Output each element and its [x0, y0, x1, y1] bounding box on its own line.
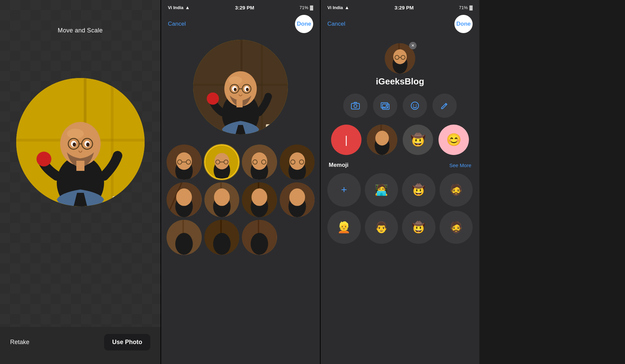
- battery-icon-3: ▓: [470, 5, 473, 10]
- suggestion-emoji[interactable]: 😊: [439, 125, 469, 155]
- svg-point-63: [214, 188, 230, 206]
- avatar-wrapper: ✕: [385, 43, 415, 74]
- memoji-item-7[interactable]: 🧔: [440, 211, 473, 244]
- memoji-emoji-7: 🧔: [449, 221, 463, 234]
- suggestion-red[interactable]: |: [331, 125, 361, 155]
- wifi-icon-3: ▲: [345, 5, 349, 10]
- memoji-emoji-2: 🤠: [412, 183, 425, 196]
- use-photo-button[interactable]: Use Photo: [104, 334, 150, 350]
- smiley-emoji: 😊: [446, 133, 461, 147]
- photo-thumb-4[interactable]: [280, 145, 315, 180]
- move-and-scale-panel: Move and Scale: [0, 0, 160, 364]
- camera-button[interactable]: [343, 94, 368, 118]
- svg-point-36: [176, 152, 192, 170]
- svg-point-53: [289, 152, 305, 170]
- contact-name: iGeeksBlog: [376, 76, 424, 87]
- retake-button[interactable]: Retake: [10, 339, 29, 346]
- battery-icon-2: ▓: [310, 5, 313, 10]
- carrier-2: Vi India: [168, 5, 183, 10]
- photo-thumb-9[interactable]: [167, 220, 202, 255]
- svg-point-98: [375, 131, 389, 146]
- svg-rect-19: [261, 40, 263, 134]
- memoji-item-2[interactable]: 🤠: [402, 173, 435, 207]
- memoji-item-5[interactable]: 👨: [365, 211, 398, 244]
- svg-point-26: [234, 88, 236, 91]
- photo-selection-panel: Vi India ▲ 3:29 PM 71% ▓ Cancel Done: [161, 0, 320, 364]
- photo-thumb-11[interactable]: [242, 220, 277, 255]
- battery-percent-2: 71%: [299, 5, 308, 10]
- cancel-button-3[interactable]: Cancel: [327, 21, 345, 27]
- memoji-item-6[interactable]: 🤠: [402, 211, 435, 244]
- photo-thumb-5[interactable]: [167, 182, 202, 217]
- memoji-item-3[interactable]: 🧔: [440, 173, 473, 207]
- svg-point-27: [246, 88, 249, 91]
- svg-point-23: [229, 76, 242, 84]
- memoji-emoji-1: 🧑‍💻: [375, 183, 388, 196]
- svg-point-31: [207, 93, 219, 105]
- crop-circle[interactable]: [16, 78, 145, 206]
- memoji-grid: + 🧑‍💻 🤠 🧔 👱 👨: [321, 173, 479, 244]
- remove-avatar-button[interactable]: ✕: [409, 42, 417, 49]
- svg-point-14: [36, 152, 51, 166]
- photo-selection-content: [161, 33, 320, 364]
- status-left-2: Vi India ▲: [168, 5, 190, 10]
- done-button-3[interactable]: Done: [454, 15, 473, 33]
- svg-point-6: [67, 129, 84, 139]
- contact-editor-content: ✕ iGeeksBlog: [321, 33, 479, 364]
- status-bar-3: Vi India ▲ 3:29 PM 71% ▓: [321, 0, 479, 15]
- photo-preview: [16, 78, 145, 206]
- photo-thumb-3[interactable]: [242, 145, 277, 180]
- status-left-3: Vi India ▲: [327, 5, 349, 10]
- status-right-2: 71% ▓: [299, 5, 313, 10]
- svg-point-67: [251, 188, 267, 206]
- panel1-title: Move and Scale: [58, 27, 103, 34]
- suggestion-cowboy[interactable]: 🤠: [403, 125, 433, 155]
- photo-thumb-8[interactable]: [280, 182, 315, 217]
- panel1-content: Move and Scale: [0, 0, 160, 364]
- edit-button[interactable]: [432, 94, 457, 118]
- done-button-2[interactable]: Done: [295, 15, 313, 33]
- status-time-3: 3:29 PM: [395, 5, 414, 10]
- photo-thumb-10[interactable]: [204, 220, 240, 255]
- contact-editor-panel: Vi India ▲ 3:29 PM 71% ▓ Cancel Done: [321, 0, 479, 364]
- emoji-button[interactable]: [403, 94, 427, 118]
- right-fill: [479, 0, 625, 364]
- svg-point-70: [289, 188, 305, 206]
- photo-thumb-6[interactable]: [204, 182, 240, 217]
- memoji-emoji-4: 👱: [337, 221, 351, 234]
- svg-point-73: [175, 233, 193, 255]
- main-circle-inner: [193, 40, 288, 134]
- memoji-section-header: Memoji See More: [321, 162, 479, 168]
- action-icons-row: [336, 94, 464, 118]
- memoji-item-1[interactable]: 🧑‍💻: [365, 173, 398, 207]
- svg-point-48: [251, 152, 267, 170]
- see-more-button[interactable]: See More: [449, 162, 471, 168]
- svg-rect-2: [111, 78, 114, 206]
- photo-thumb-7[interactable]: [242, 182, 277, 217]
- memoji-emoji-3: 🧔: [449, 183, 463, 196]
- memoji-emoji-5: 👨: [375, 221, 388, 234]
- svg-point-76: [213, 233, 230, 255]
- photo-thumbnail-grid: [161, 145, 320, 255]
- memoji-item-4[interactable]: 👱: [327, 211, 361, 244]
- svg-rect-32: [266, 124, 276, 134]
- svg-point-88: [354, 105, 357, 108]
- svg-rect-16: [76, 161, 84, 171]
- svg-point-94: [416, 105, 417, 106]
- photos-button[interactable]: [373, 94, 397, 118]
- svg-point-59: [176, 188, 192, 206]
- suggestion-row: | 🤠 😊: [321, 125, 479, 155]
- suggestion-photo[interactable]: [367, 125, 397, 155]
- memoji-emoji-6: 🤠: [412, 221, 425, 234]
- p3-inner: ✕ iGeeksBlog: [321, 40, 479, 247]
- bottom-bar: Retake Use Photo: [0, 327, 160, 364]
- nav-bar-2: Cancel Done: [161, 15, 320, 33]
- add-memoji-button[interactable]: +: [327, 173, 361, 207]
- memoji-title: Memoji: [329, 162, 349, 168]
- main-photo-preview: [193, 40, 288, 134]
- svg-rect-15: [112, 196, 126, 206]
- cancel-button-2[interactable]: Cancel: [168, 21, 186, 27]
- photo-thumb-2[interactable]: [204, 145, 240, 180]
- status-bar-2: Vi India ▲ 3:29 PM 71% ▓: [161, 0, 320, 15]
- photo-thumb-1[interactable]: [167, 145, 202, 180]
